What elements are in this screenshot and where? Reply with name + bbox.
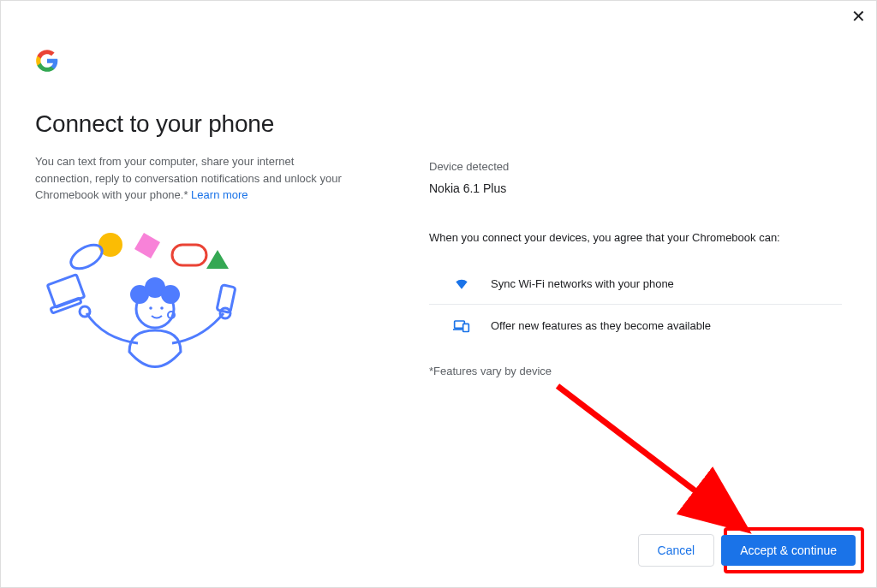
feature-item: Sync Wi-Fi networks with your phone (429, 263, 842, 305)
page-subtitle: You can text from your computer, share y… (35, 153, 343, 204)
dialog-content: Connect to your phone You can text from … (1, 1, 876, 385)
devices-icon (453, 317, 470, 334)
svg-point-13 (149, 306, 152, 310)
feature-text: Offer new features as they become availa… (491, 319, 711, 332)
dialog-footer: Cancel Accept & continue (638, 534, 856, 567)
svg-rect-18 (463, 324, 469, 331)
feature-text: Sync Wi-Fi networks with your phone (491, 277, 674, 290)
svg-line-21 (558, 386, 737, 523)
svg-rect-3 (172, 245, 206, 265)
svg-point-15 (80, 306, 90, 317)
right-panel: Device detected Nokia 6.1 Plus When you … (429, 49, 842, 385)
annotation-arrow-icon (549, 377, 772, 549)
page-title: Connect to your phone (35, 110, 378, 138)
accept-continue-button[interactable]: Accept & continue (721, 535, 856, 566)
cancel-button[interactable]: Cancel (638, 534, 715, 567)
person-juggling-icon (35, 228, 258, 382)
svg-rect-6 (51, 298, 81, 313)
features-footnote: *Features vary by device (429, 365, 842, 377)
agreement-intro: When you connect your devices, you agree… (429, 231, 842, 244)
device-name: Nokia 6.1 Plus (429, 181, 842, 195)
subtitle-text: You can text from your computer, share y… (35, 155, 342, 201)
svg-point-14 (160, 306, 164, 310)
feature-list: Sync Wi-Fi networks with your phone Offe… (429, 263, 842, 346)
svg-point-11 (161, 285, 180, 304)
feature-item: Offer new features as they become availa… (429, 305, 842, 346)
svg-marker-4 (206, 250, 229, 269)
learn-more-link[interactable]: Learn more (191, 188, 248, 201)
google-logo-icon (35, 49, 59, 73)
close-icon[interactable]: ✕ (851, 8, 866, 25)
device-detected-label: Device detected (429, 160, 842, 173)
left-panel: Connect to your phone You can text from … (35, 49, 378, 385)
wifi-icon (453, 275, 470, 292)
svg-rect-2 (134, 232, 160, 258)
